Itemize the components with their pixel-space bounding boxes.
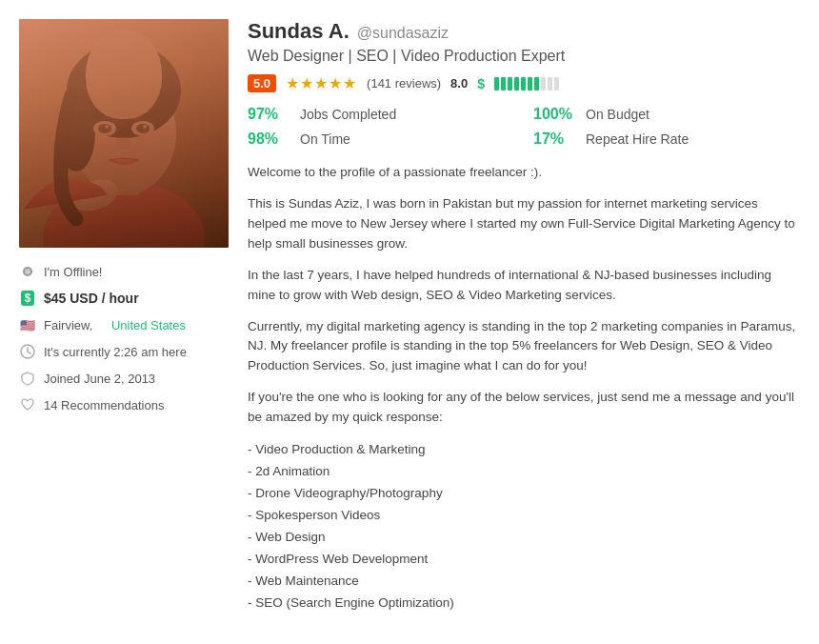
svg-rect-3 <box>107 167 141 195</box>
svg-rect-15 <box>19 19 229 248</box>
joined-text: Joined June 2, 2013 <box>44 372 155 386</box>
shield-icon <box>19 370 36 387</box>
bio-intro: Welcome to the profile of a passionate f… <box>248 163 800 183</box>
repeat-hire-label: Repeat Hire Rate <box>586 131 689 147</box>
portrait-image <box>19 19 229 248</box>
join-date: Joined June 2, 2013 <box>19 370 229 387</box>
display-name: Sundas A. <box>248 19 350 44</box>
country-link[interactable]: United States <box>111 318 186 332</box>
local-time: It's currently 2:26 am here <box>19 343 229 360</box>
repeat-hire-stat: 17% Repeat Hire Rate <box>533 131 800 148</box>
svg-point-9 <box>105 125 109 129</box>
sidebar-info: I'm Offline! $ $45 USD / hour 🇺🇸 Fairvie… <box>19 263 229 413</box>
clock-icon <box>19 343 36 360</box>
jobs-completed-pct: 97% <box>248 106 290 123</box>
service-item: - SEO (Search Engine Optimization) <box>248 593 800 614</box>
service-item: - WordPress Web Development <box>248 549 800 571</box>
name-row: Sundas A. @sundasaziz <box>248 19 800 44</box>
profile-container: I'm Offline! $ $45 USD / hour 🇺🇸 Fairvie… <box>0 0 819 634</box>
jobs-completed-stat: 97% Jobs Completed <box>248 106 514 123</box>
on-time-label: On Time <box>300 131 350 147</box>
bio-para1: This is Sundas Aziz, I was born in Pakis… <box>248 194 800 254</box>
recommendations-text: 14 Recommendations <box>44 398 164 413</box>
bio-para2: In the last 7 years, I have helped hundr… <box>248 266 800 306</box>
repeat-hire-pct: 17% <box>533 131 576 148</box>
rating-badge: 5.0 <box>248 74 276 92</box>
username: @sundasaziz <box>357 25 449 42</box>
svg-point-14 <box>68 173 122 216</box>
on-budget-pct: 100% <box>533 106 576 123</box>
bio-para4: If you're the one who is looking for any… <box>248 388 800 428</box>
on-time-pct: 98% <box>248 131 290 148</box>
services-list: - Video Production & Marketing- 2d Anima… <box>248 439 800 614</box>
online-status: I'm Offline! <box>19 263 229 280</box>
svg-point-4 <box>71 71 176 195</box>
dollar-icon: $ <box>19 290 36 307</box>
status-text: I'm Offline! <box>44 265 102 279</box>
service-item: - Web Design <box>248 527 800 549</box>
service-item: - Drone Videography/Photography <box>248 483 800 505</box>
recommendations: 14 Recommendations <box>19 396 229 413</box>
service-item: - 2d Animation <box>248 461 800 483</box>
on-budget-stat: 100% On Budget <box>533 106 800 123</box>
profile-photo <box>19 19 229 248</box>
right-panel: Sundas A. @sundasaziz Web Designer | SEO… <box>248 19 800 614</box>
service-item: - Web Maintenance <box>248 571 800 593</box>
svg-point-6 <box>57 95 95 171</box>
service-item: - Video Production & Marketing <box>248 439 800 461</box>
svg-point-13 <box>116 137 131 149</box>
flag-icon: 🇺🇸 <box>19 316 36 333</box>
time-text: It's currently 2:26 am here <box>44 345 187 359</box>
score-bar <box>494 77 559 91</box>
svg-point-10 <box>131 121 154 136</box>
rating-row: 5.0 ★★★★★ (141 reviews) 8.0 $ <box>248 74 800 92</box>
jobs-completed-label: Jobs Completed <box>300 107 396 122</box>
svg-line-18 <box>28 352 30 353</box>
on-time-stat: 98% On Time <box>248 131 514 148</box>
rate-value: $45 USD / hour <box>44 291 139 306</box>
svg-point-2 <box>43 181 205 248</box>
svg-point-12 <box>143 125 147 129</box>
reviews-count: (141 reviews) <box>367 76 441 91</box>
bio-para3: Currently, my digital marketing agency i… <box>248 317 800 377</box>
location: 🇺🇸 Fairview, United States <box>19 316 229 333</box>
star-rating: ★★★★★ <box>286 74 357 92</box>
svg-point-11 <box>136 124 150 133</box>
svg-rect-1 <box>19 19 229 248</box>
heart-icon <box>19 396 36 413</box>
svg-point-7 <box>93 121 116 136</box>
svg-point-5 <box>67 43 181 138</box>
dollar-sign: $ <box>477 76 485 91</box>
svg-point-8 <box>98 124 111 133</box>
on-budget-label: On Budget <box>586 107 649 122</box>
city-text: Fairview, <box>44 318 92 332</box>
service-item: - Spokesperson Videos <box>248 505 800 527</box>
bio-section: Welcome to the profile of a passionate f… <box>248 163 800 614</box>
professional-title: Web Designer | SEO | Video Production Ex… <box>248 48 800 65</box>
fiverr-score: 8.0 <box>450 76 468 91</box>
left-panel: I'm Offline! $ $45 USD / hour 🇺🇸 Fairvie… <box>19 19 229 614</box>
offline-icon <box>19 263 36 280</box>
svg-rect-0 <box>19 19 229 248</box>
stats-grid: 97% Jobs Completed 100% On Budget 98% On… <box>248 106 800 148</box>
hourly-rate: $ $45 USD / hour <box>19 290 229 307</box>
